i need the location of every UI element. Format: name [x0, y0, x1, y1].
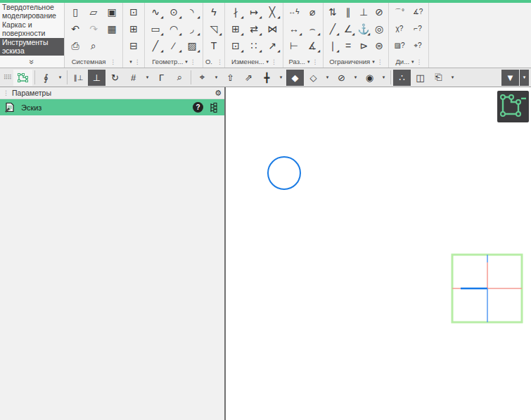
group-dropdown[interactable]: ▾	[307, 59, 310, 65]
parallel-icon[interactable]: ∥	[340, 4, 356, 20]
spline-icon[interactable]: ∿ ◢	[146, 4, 165, 20]
copy-icon[interactable]: ⊞ ◢	[226, 20, 245, 37]
extend-icon[interactable]: ↦ ◢	[245, 4, 263, 20]
group-grip[interactable]: ⋮	[134, 58, 140, 65]
arc-icon[interactable]: ◠ ◢	[165, 20, 183, 37]
window-arrange-icon[interactable]: ⊞	[124, 20, 143, 37]
dof-toggle-button[interactable]: ∴	[393, 70, 411, 86]
group-grip[interactable]: ⋮	[217, 58, 222, 65]
measure-angle-icon[interactable]: ∡?	[409, 4, 427, 20]
datum-icon[interactable]: ⊢	[285, 37, 303, 54]
gear-icon[interactable]: ⚙	[215, 89, 222, 98]
array-icon[interactable]: ∷ ◢	[245, 37, 263, 54]
constraints-view-icon[interactable]: ◫	[411, 70, 429, 86]
move-icon[interactable]: ⇄ ◢	[245, 20, 263, 37]
style-match-icon[interactable]: ⊜	[371, 37, 387, 54]
drawing-canvas[interactable]	[226, 87, 531, 420]
align-icon[interactable]: ⇅	[325, 4, 340, 20]
fillet-icon[interactable]: ◝ ◢	[183, 4, 201, 20]
display-mode-icon[interactable]: ◇	[305, 70, 322, 86]
group-grip[interactable]: ⋮	[312, 58, 318, 65]
contour-icon[interactable]: ⌐?	[409, 20, 427, 37]
help-icon[interactable]: ?	[193, 102, 203, 113]
ribbon-collapse[interactable]: »	[0, 56, 64, 68]
tree-structure-icon[interactable]	[209, 102, 219, 113]
clip-dropdown[interactable]: ▾	[56, 70, 65, 86]
measure-curve-icon[interactable]: ⌒°	[390, 4, 409, 20]
chamfer-icon[interactable]: ◞ ◢	[183, 20, 201, 37]
variable-icon[interactable]: χ?	[390, 20, 409, 37]
vertical-icon[interactable]: ∣ ◢	[325, 37, 340, 54]
trim-icon[interactable]: ∤ ◢	[226, 4, 245, 20]
rotate-view-icon[interactable]: ⇗	[240, 70, 257, 86]
filter-button[interactable]: ▼	[501, 70, 519, 86]
perpendicular-icon[interactable]: ⊥	[356, 4, 371, 20]
quickbar-grip[interactable]: ⠿⠿	[2, 74, 13, 81]
leader-icon[interactable]: ◹ ◢	[205, 20, 223, 37]
coordinates-icon[interactable]: ⌖?	[409, 37, 427, 54]
hatch-icon[interactable]: ▨ ◢	[183, 37, 201, 54]
origin-marker[interactable]	[452, 255, 522, 322]
zoom-fit-icon[interactable]: ⌕	[171, 70, 188, 86]
group-grip[interactable]: ⋮	[271, 58, 276, 65]
save-as-icon[interactable]: ▦	[103, 20, 121, 37]
open-document-icon[interactable]: ▱	[84, 4, 103, 20]
tab-wireframe-surfaces[interactable]: Каркас и поверхности	[0, 20, 64, 38]
show-objects-icon[interactable]: ◉	[361, 70, 378, 86]
segment-icon[interactable]: ∕ ◢	[165, 37, 183, 54]
line-icon[interactable]: ╱ ◢	[146, 37, 165, 54]
circle-icon[interactable]: ⊙ ◢	[165, 4, 183, 20]
display-dropdown[interactable]: ▾	[323, 70, 332, 86]
snaps-toggle-button[interactable]: ⊥	[88, 70, 105, 86]
window-new-icon[interactable]: ⊡	[124, 4, 143, 20]
window-split-icon[interactable]: ⊟	[124, 37, 143, 54]
sketch-mode-indicator[interactable]	[497, 91, 529, 122]
grid-icon[interactable]: #	[124, 70, 142, 86]
rectangle-icon[interactable]: ▭ ◢	[146, 20, 165, 37]
coincident-icon[interactable]: ╱ ◢	[325, 20, 340, 37]
auto-dimension-icon[interactable]: ↔ϟ	[285, 4, 303, 20]
print-icon[interactable]: ⎙	[66, 37, 84, 54]
orientation-dropdown[interactable]: ▾	[276, 70, 286, 86]
auto-axis-icon[interactable]: ϟ	[205, 4, 223, 20]
angle-icon[interactable]: ∠ ◢	[340, 20, 356, 37]
grid-dropdown[interactable]: ▾	[143, 70, 152, 86]
panel-grip[interactable]: ⋮	[3, 89, 9, 96]
clip-icon[interactable]: ∮	[37, 70, 55, 86]
equal-icon[interactable]: =	[340, 37, 356, 54]
redo-icon[interactable]: ↷	[84, 20, 103, 37]
linear-dimension-icon[interactable]: ↔ ◢	[285, 20, 303, 37]
group-dropdown[interactable]: ▾	[372, 59, 375, 65]
rebuild-dropdown[interactable]: ▾	[448, 70, 457, 86]
fix-icon[interactable]: ⚓ ◢	[356, 20, 371, 37]
refresh-view-icon[interactable]: ↻	[106, 70, 124, 86]
shaded-display-button[interactable]: ◆	[286, 70, 304, 86]
show-dropdown[interactable]: ▾	[379, 70, 388, 86]
filter-dropdown[interactable]: ▾	[520, 70, 529, 86]
tab-sketch-tools[interactable]: Инструменты эскиза	[0, 38, 64, 56]
group-grip[interactable]: ⋮	[377, 58, 383, 65]
radial-dimension-icon[interactable]: ⌢ ◢	[303, 20, 321, 37]
group-dropdown[interactable]: ▾	[267, 59, 269, 65]
symmetry-icon[interactable]: ⊳	[356, 37, 371, 54]
diameter-dimension-icon[interactable]: ⌀	[303, 4, 321, 20]
scale-icon[interactable]: ↗ ◢	[263, 37, 281, 54]
orientation-icon[interactable]: ╋	[258, 70, 276, 86]
new-document-icon[interactable]: ▯	[66, 4, 84, 20]
group-dropdown[interactable]: ▾	[129, 59, 132, 65]
zoom-dropdown[interactable]: ▾	[212, 70, 221, 86]
tangent-icon[interactable]: ⊘	[371, 4, 387, 20]
group-grip[interactable]: ⋮	[190, 58, 196, 65]
tab-solid-modeling[interactable]: Твердотельное моделирование	[0, 3, 64, 20]
sketch-circle[interactable]	[268, 157, 300, 189]
snap-settings-icon[interactable]: ∥⊥	[70, 70, 87, 86]
print-preview-icon[interactable]: ⌕	[84, 37, 103, 54]
group-dropdown[interactable]: ▾	[185, 59, 188, 65]
hide-dropdown[interactable]: ▾	[351, 70, 360, 86]
group-dropdown[interactable]: ▾	[411, 59, 414, 65]
text-icon[interactable]: T	[205, 37, 223, 54]
angular-dimension-icon[interactable]: ∡ ◢	[303, 37, 321, 54]
copy-properties-icon[interactable]: ⊡ ◢	[226, 37, 245, 54]
undo-icon[interactable]: ↶	[66, 20, 84, 37]
zoom-area-icon[interactable]: ⌖	[193, 70, 211, 86]
